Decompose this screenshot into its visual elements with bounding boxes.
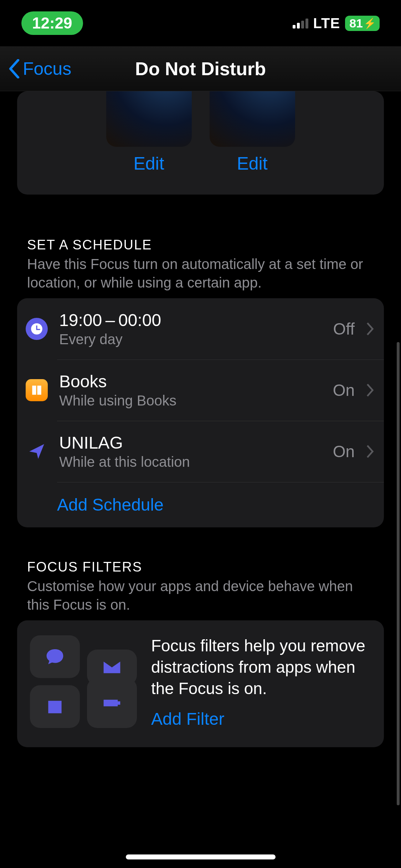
chevron-left-icon [8,59,21,78]
chevron-right-icon [366,322,374,336]
cellular-signal-icon [293,18,308,29]
schedule-row-status: On [333,381,355,400]
books-app-icon [26,379,48,401]
focus-filters-card: Focus filters help you remove distractio… [17,620,384,747]
edit-lock-screen-button[interactable]: Edit [133,153,164,174]
back-label: Focus [23,58,71,79]
filter-tile-lowpower [87,678,137,728]
scroll-content[interactable]: Edit Compass Measure Outlook Craft Edit … [0,91,401,868]
nav-header: Focus Do Not Disturb [0,46,401,91]
back-button[interactable]: Focus [0,58,71,79]
schedule-row-status: Off [333,319,355,339]
schedule-row-time[interactable]: 19:00 – 00:00 Every day Off [17,298,384,360]
clock-icon [26,318,48,340]
status-time-pill[interactable]: 12:29 [21,11,83,35]
customize-screens-card: Edit Compass Measure Outlook Craft Edit [17,91,384,195]
home-screen-thumbnail[interactable]: Compass Measure Outlook Craft [210,91,295,147]
schedule-description: Have this Focus turn on automatically at… [27,255,369,292]
status-bar: 12:29 LTE 81⚡ [0,0,401,46]
schedule-row-location[interactable]: UNILAG While at this location On [17,421,384,482]
chevron-right-icon [366,445,374,458]
home-indicator[interactable] [126,854,276,859]
filter-tiles [30,635,137,729]
schedule-header: SET A SCHEDULE [27,237,384,253]
schedule-row-title: 19:00 – 00:00 [59,310,322,330]
charging-icon: ⚡ [364,17,376,29]
schedule-row-app[interactable]: Books While using Books On [17,360,384,421]
schedule-row-title: UNILAG [59,433,322,453]
edit-home-screen-button[interactable]: Edit [237,153,267,174]
filter-tile-messages [30,635,80,678]
schedule-row-title: Books [59,372,322,391]
schedule-row-subtitle: Every day [59,331,322,347]
schedule-row-subtitle: While using Books [59,393,322,409]
battery-indicator: 81⚡ [345,16,380,31]
network-type-label: LTE [313,15,340,31]
schedule-row-status: On [333,442,355,461]
add-schedule-button[interactable]: Add Schedule [17,482,384,527]
filters-body-text: Focus filters help you remove distractio… [151,635,371,699]
lock-screen-thumbnail[interactable] [106,91,192,147]
chevron-right-icon [366,383,374,397]
schedule-row-subtitle: While at this location [59,454,322,470]
filters-header: FOCUS FILTERS [27,559,384,575]
location-arrow-icon [26,440,48,463]
add-filter-button[interactable]: Add Filter [151,709,371,729]
vertical-scrollbar[interactable] [397,342,400,805]
filter-tile-calendar [30,685,80,728]
schedule-list: 19:00 – 00:00 Every day Off Books While … [17,298,384,527]
filters-description: Customise how your apps and device behav… [27,577,369,614]
